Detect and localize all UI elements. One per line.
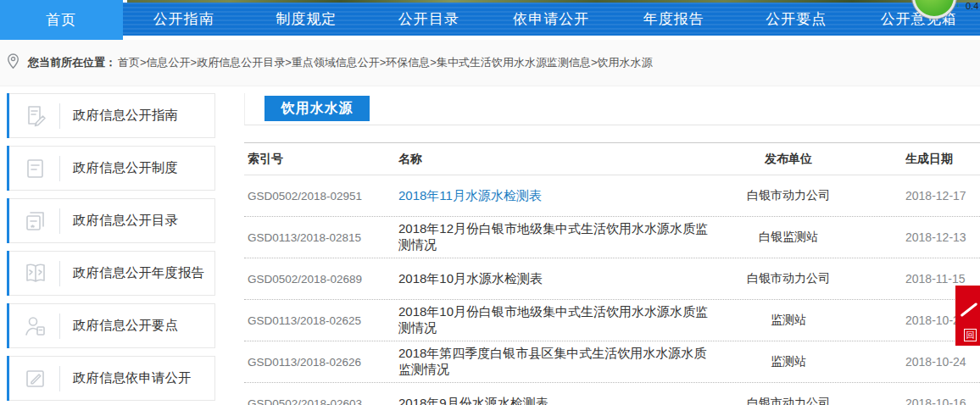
- record-index-no: GSD0502/2018-02689: [244, 273, 390, 286]
- record-date: 2018-12-13: [856, 230, 980, 244]
- key-points-icon: [24, 314, 47, 338]
- catalog-icon: [24, 209, 47, 233]
- sidebar-divider: [59, 366, 60, 391]
- record-publisher: 白银市动力公司: [721, 271, 856, 286]
- table-row: GSD0113/2018-026252018年10月份白银市地级集中式生活饮用水…: [244, 300, 980, 341]
- location-pin-icon: [7, 53, 19, 73]
- record-date: 2018-12-17: [856, 189, 980, 202]
- record-index-no: GSD0502/2018-02951: [244, 190, 390, 202]
- nav-item-home[interactable]: 首页: [0, 0, 123, 40]
- speed-value: 0.4: [966, 1, 978, 11]
- breadcrumb: 您当前所在位置： 首页>信息公开>政府信息公开目录>重点领域信息公开>环保信息>…: [0, 40, 980, 86]
- table-row: GSD0113/2018-028152018年12月份白银市地级集中式生活饮用水…: [244, 217, 980, 258]
- table-row: GSD0113/2018-026262018年第四季度白银市县区集中式生活饮用水…: [244, 341, 980, 383]
- record-name-cell: 2018年12月份白银市地级集中式生活饮用水水源水质监测情况: [390, 221, 721, 253]
- record-publisher: 白银监测站: [721, 230, 856, 245]
- record-name-cell: 2018年10月水源水检测表: [390, 271, 721, 287]
- table-header-row: 索引号名称发布单位生成日期: [244, 143, 980, 175]
- table-row: GSD0502/2018-026032018年9月份水源水检测表白银市动力公司2…: [244, 383, 980, 405]
- record-name-cell: 2018年第四季度白银市县区集中式生活饮用水水源水质监测情况: [390, 346, 721, 378]
- floating-write-letter-widget[interactable]: 回: [955, 286, 980, 346]
- column-header: 生成日期: [856, 152, 980, 167]
- sidebar-accent-bar: [7, 303, 9, 348]
- sidebar-divider: [59, 261, 60, 286]
- column-header: 发布单位: [721, 152, 856, 167]
- record-name: 2018年10月水源水检测表: [398, 271, 543, 286]
- nav-items: 首页公开指南制度规定公开目录依申请公开年度报告公开要点公开意见箱: [0, 0, 980, 40]
- sidebar-item-label: 政府信息公开要点: [73, 317, 178, 335]
- sidebar-divider: [59, 313, 60, 339]
- nav-item-apply[interactable]: 依申请公开: [490, 3, 613, 36]
- back-to-top-icon: 回: [964, 329, 977, 341]
- apply-edit-icon: [24, 367, 47, 391]
- download-arrow-icon: ↓: [956, 0, 961, 8]
- sidebar-accent-bar: [7, 198, 9, 243]
- sidebar-item[interactable]: 政府信息公开指南: [7, 93, 215, 138]
- sidebar-divider: [59, 156, 60, 181]
- panel-header: 饮用水水源: [244, 93, 980, 125]
- record-publisher: 监测站: [721, 354, 856, 369]
- breadcrumb-label: 您当前所在位置：: [28, 55, 116, 70]
- record-date: 2018-10-24: [856, 355, 980, 369]
- page-title-tab[interactable]: 饮用水水源: [264, 96, 370, 121]
- records-table: 索引号名称发布单位生成日期 GSD0502/2018-029512018年11月…: [244, 142, 980, 405]
- sidebar-item[interactable]: 政府信息公开制度: [7, 146, 215, 191]
- sidebar-item[interactable]: 政府信息公开要点: [7, 303, 215, 348]
- sidebar-accent-bar: [7, 356, 9, 401]
- main-content: 饮用水水源 索引号名称发布单位生成日期 GSD0502/2018-0295120…: [244, 93, 980, 405]
- table-row: GSD0502/2018-029512018年11月水源水检测表白银市动力公司2…: [244, 175, 980, 217]
- sidebar-item-label: 政府信息公开年度报告: [73, 264, 204, 282]
- sidebar-divider: [59, 208, 60, 234]
- record-name: 2018年第四季度白银市县区集中式生活饮用水水源水质监测情况: [398, 346, 706, 376]
- sidebar: 政府信息公开指南政府信息公开制度政府信息公开目录政府信息公开年度报告政府信息公开…: [7, 93, 215, 405]
- top-nav: 首页公开指南制度规定公开目录依申请公开年度报告公开要点公开意见箱: [0, 0, 980, 40]
- page: 首页公开指南制度规定公开目录依申请公开年度报告公开要点公开意见箱 ↓ 0.4 您…: [0, 0, 980, 405]
- sidebar-item-label: 政府信息依申请公开: [73, 369, 192, 387]
- record-name: 2018年12月份白银市地级集中式生活饮用水水源水质监测情况: [398, 221, 708, 252]
- sidebar-item[interactable]: 政府信息公开年度报告: [7, 251, 215, 296]
- nav-item-regulations[interactable]: 制度规定: [245, 3, 368, 36]
- sidebar-accent-bar: [7, 251, 9, 296]
- record-date: 2018-11-15: [856, 272, 980, 286]
- column-header: 名称: [390, 152, 721, 167]
- sidebar-divider: [59, 103, 60, 129]
- record-name: 2018年10月份白银市地级集中式生活饮用水水源水质监测情况: [398, 304, 708, 335]
- nav-item-guide[interactable]: 公开指南: [123, 3, 246, 36]
- sidebar-item-label: 政府信息公开目录: [73, 212, 178, 230]
- record-index-no: GSD0113/2018-02626: [244, 356, 390, 369]
- record-index-no: GSD0113/2018-02625: [244, 314, 390, 327]
- record-name-cell: 2018年9月份水源水检测表: [390, 396, 721, 405]
- record-name: 2018年9月份水源水检测表: [398, 396, 548, 405]
- nav-item-annual-report[interactable]: 年度报告: [613, 3, 736, 36]
- policy-doc-icon: [24, 157, 47, 180]
- nav-item-catalog[interactable]: 公开目录: [368, 3, 491, 36]
- record-index-no: GSD0113/2018-02815: [244, 231, 390, 244]
- record-publisher: 监测站: [721, 313, 856, 328]
- sidebar-item[interactable]: 政府信息公开目录: [7, 198, 215, 243]
- sidebar-item[interactable]: 政府信息依申请公开: [7, 356, 215, 401]
- record-index-no: GSD0502/2018-02603: [244, 397, 390, 405]
- sidebar-accent-bar: [7, 146, 9, 191]
- record-publisher: 白银市动力公司: [721, 396, 856, 405]
- record-publisher: 白银市动力公司: [721, 188, 856, 203]
- record-link[interactable]: 2018年11月水源水检测表: [398, 188, 542, 202]
- sidebar-item-label: 政府信息公开制度: [73, 159, 178, 177]
- nav-item-key-points[interactable]: 公开要点: [735, 3, 858, 36]
- breadcrumb-path[interactable]: 首页>信息公开>政府信息公开目录>重点领域信息公开>环保信息>集中式生活饮用水水…: [118, 55, 653, 70]
- annual-report-icon: [24, 262, 47, 286]
- table-row: GSD0502/2018-026892018年10月水源水检测表白银市动力公司2…: [244, 258, 980, 300]
- record-name-cell: 2018年11月水源水检测表: [390, 188, 721, 204]
- column-header: 索引号: [244, 152, 390, 167]
- record-name-cell: 2018年10月份白银市地级集中式生活饮用水水源水质监测情况: [390, 304, 721, 336]
- sidebar-accent-bar: [7, 93, 9, 138]
- record-date: 2018-10-16: [856, 397, 980, 405]
- sidebar-item-label: 政府信息公开指南: [73, 107, 178, 125]
- guide-doc-icon: [24, 104, 47, 128]
- pen-icon: [961, 302, 978, 317]
